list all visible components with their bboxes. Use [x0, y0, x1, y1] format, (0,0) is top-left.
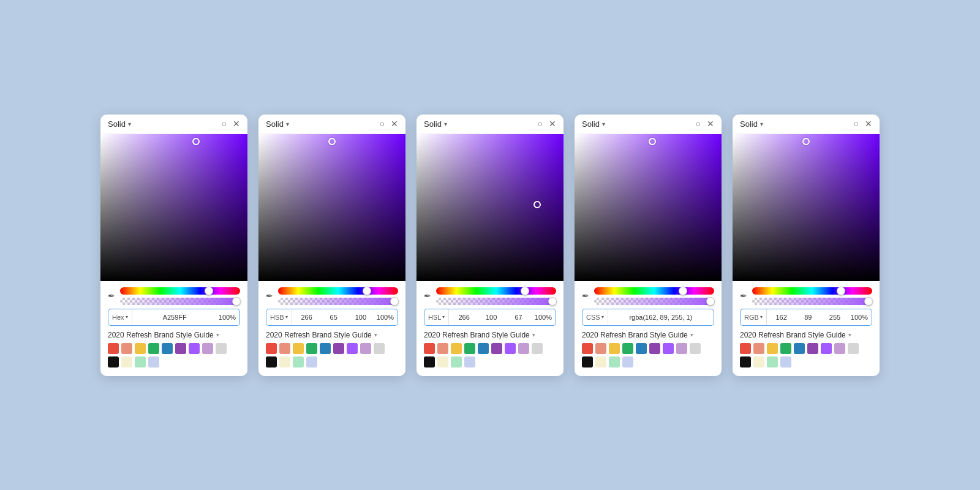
swatch-r2-0[interactable]: [582, 356, 593, 368]
swatch-r2-3[interactable]: [306, 356, 317, 368]
swatch-8[interactable]: [374, 343, 385, 354]
swatch-r2-1[interactable]: [437, 356, 448, 368]
swatch-8[interactable]: [690, 343, 701, 354]
swatch-7[interactable]: [518, 343, 529, 354]
swatch-r2-2[interactable]: [451, 356, 462, 368]
swatch-3[interactable]: [780, 343, 791, 354]
swatch-r2-2[interactable]: [609, 356, 620, 368]
swatch-5[interactable]: [175, 343, 186, 354]
color-canvas[interactable]: [100, 134, 247, 281]
circle-icon[interactable]: ○: [696, 119, 701, 128]
values-input-box[interactable]: Hex ▾A259FF100%: [108, 309, 240, 326]
swatch-5[interactable]: [649, 343, 660, 354]
hue-slider[interactable]: [436, 287, 556, 295]
solid-dropdown[interactable]: Solid ▾: [108, 119, 131, 129]
format-label[interactable]: HSL ▾: [424, 309, 449, 325]
swatch-r2-1[interactable]: [121, 356, 132, 368]
color-canvas[interactable]: [733, 134, 880, 281]
close-icon[interactable]: ✕: [865, 119, 872, 128]
swatch-5[interactable]: [491, 343, 502, 354]
swatch-2[interactable]: [293, 343, 304, 354]
swatch-1[interactable]: [595, 343, 606, 354]
hue-slider[interactable]: [120, 287, 240, 295]
circle-icon[interactable]: ○: [380, 119, 385, 128]
swatch-6[interactable]: [505, 343, 516, 354]
format-label[interactable]: RGB ▾: [741, 309, 767, 325]
swatch-r2-0[interactable]: [108, 356, 119, 368]
swatch-r2-0[interactable]: [740, 356, 751, 368]
circle-icon[interactable]: ○: [538, 119, 543, 128]
swatch-6[interactable]: [821, 343, 832, 354]
hue-slider[interactable]: [752, 287, 872, 295]
swatch-r2-0[interactable]: [266, 356, 277, 368]
values-input-box[interactable]: CSS ▾rgba(162, 89, 255, 1): [582, 309, 714, 326]
swatch-4[interactable]: [636, 343, 647, 354]
swatch-2[interactable]: [135, 343, 146, 354]
swatch-0[interactable]: [582, 343, 593, 354]
alpha-slider[interactable]: [436, 298, 556, 305]
solid-dropdown[interactable]: Solid ▾: [740, 119, 763, 129]
swatch-section-title[interactable]: 2020 Refresh Brand Style Guide ▾: [266, 331, 398, 339]
alpha-slider[interactable]: [278, 298, 398, 305]
eyedropper-icon[interactable]: ✒: [582, 291, 589, 301]
values-input-box[interactable]: HSL ▾26610067100%: [424, 309, 556, 326]
circle-icon[interactable]: ○: [222, 119, 227, 128]
close-icon[interactable]: ✕: [707, 119, 714, 128]
swatch-8[interactable]: [848, 343, 859, 354]
values-input-box[interactable]: RGB ▾16289255100%: [740, 309, 872, 326]
format-label[interactable]: CSS ▾: [582, 309, 608, 325]
alpha-slider[interactable]: [752, 298, 872, 305]
swatch-6[interactable]: [189, 343, 200, 354]
color-canvas[interactable]: [417, 134, 564, 281]
solid-dropdown[interactable]: Solid ▾: [424, 119, 447, 129]
solid-dropdown[interactable]: Solid ▾: [266, 119, 289, 129]
swatch-6[interactable]: [347, 343, 358, 354]
swatch-5[interactable]: [807, 343, 818, 354]
format-label[interactable]: Hex ▾: [108, 309, 132, 325]
swatch-r2-2[interactable]: [767, 356, 778, 368]
close-icon[interactable]: ✕: [391, 119, 398, 128]
swatch-section-title[interactable]: 2020 Refresh Brand Style Guide ▾: [740, 331, 872, 339]
circle-icon[interactable]: ○: [854, 119, 859, 128]
swatch-0[interactable]: [266, 343, 277, 354]
color-canvas[interactable]: [258, 134, 405, 281]
swatch-3[interactable]: [306, 343, 317, 354]
solid-dropdown[interactable]: Solid ▾: [582, 119, 605, 129]
swatch-section-title[interactable]: 2020 Refresh Brand Style Guide ▾: [108, 331, 240, 339]
swatch-0[interactable]: [740, 343, 751, 354]
values-input-box[interactable]: HSB ▾26665100100%: [266, 309, 398, 326]
alpha-slider[interactable]: [594, 298, 714, 305]
swatch-1[interactable]: [437, 343, 448, 354]
swatch-1[interactable]: [753, 343, 764, 354]
swatch-1[interactable]: [121, 343, 132, 354]
eyedropper-icon[interactable]: ✒: [266, 291, 273, 301]
swatch-7[interactable]: [202, 343, 213, 354]
swatch-4[interactable]: [320, 343, 331, 354]
swatch-7[interactable]: [834, 343, 845, 354]
swatch-2[interactable]: [609, 343, 620, 354]
swatch-3[interactable]: [464, 343, 475, 354]
alpha-slider[interactable]: [120, 298, 240, 305]
swatch-r2-3[interactable]: [148, 356, 159, 368]
swatch-4[interactable]: [794, 343, 805, 354]
swatch-2[interactable]: [451, 343, 462, 354]
swatch-7[interactable]: [360, 343, 371, 354]
format-label[interactable]: HSB ▾: [266, 309, 292, 325]
swatch-2[interactable]: [767, 343, 778, 354]
swatch-1[interactable]: [279, 343, 290, 354]
swatch-8[interactable]: [532, 343, 543, 354]
swatch-0[interactable]: [108, 343, 119, 354]
hue-slider[interactable]: [278, 287, 398, 295]
swatch-4[interactable]: [478, 343, 489, 354]
eyedropper-icon[interactable]: ✒: [740, 291, 747, 301]
swatch-r2-3[interactable]: [464, 356, 475, 368]
swatch-section-title[interactable]: 2020 Refresh Brand Style Guide ▾: [582, 331, 714, 339]
swatch-r2-1[interactable]: [279, 356, 290, 368]
swatch-r2-0[interactable]: [424, 356, 435, 368]
swatch-3[interactable]: [148, 343, 159, 354]
swatch-3[interactable]: [622, 343, 633, 354]
eyedropper-icon[interactable]: ✒: [424, 291, 431, 301]
swatch-r2-3[interactable]: [780, 356, 791, 368]
swatch-6[interactable]: [663, 343, 674, 354]
close-icon[interactable]: ✕: [549, 119, 556, 128]
